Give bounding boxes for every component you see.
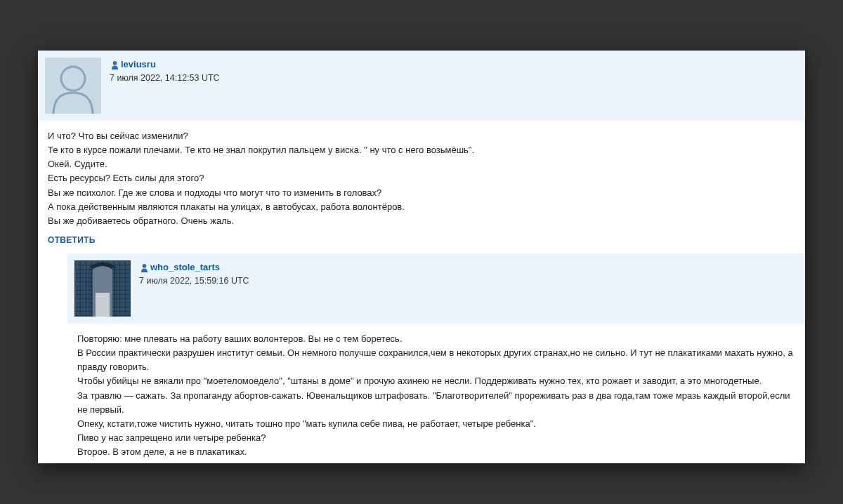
body-line: Окей. Судите. <box>48 157 795 171</box>
user-photo-avatar-icon <box>74 260 131 317</box>
comment-header: who_stole_tarts 7 июля 2022, 15:59:16 UT… <box>67 253 805 324</box>
user-row: leviusru <box>110 59 220 71</box>
body-line: Вы же психолог. Где же слова и подходы ч… <box>48 186 795 200</box>
body-line: Есть ресурсы? Есть силы для этого? <box>48 171 795 185</box>
body-line: Чтобы убийцы не вякали про "моетеломоеде… <box>77 374 795 388</box>
body-line: Повторяю: мне плевать на работу ваших во… <box>77 332 795 346</box>
body-line: За травлю — сажать. За пропаганду аборто… <box>77 389 795 417</box>
comment-header: leviusru 7 июля 2022, 14:12:53 UTC <box>38 51 805 121</box>
body-line: Вы же добиваетесь обратного. Очень жаль. <box>48 214 795 228</box>
timestamp: 7 июля 2022, 15:59:16 UTC <box>139 276 249 286</box>
body-line: И что? Что вы сейчас изменили? <box>48 129 795 143</box>
svg-rect-8 <box>96 293 110 317</box>
comment: leviusru 7 июля 2022, 14:12:53 UTC И что… <box>38 51 805 253</box>
nested-comment-container: who_stole_tarts 7 июля 2022, 15:59:16 UT… <box>38 253 805 463</box>
timestamp: 7 июля 2022, 14:12:53 UTC <box>110 73 220 83</box>
svg-rect-9 <box>89 267 93 317</box>
svg-rect-10 <box>112 267 117 317</box>
username-link[interactable]: who_stole_tarts <box>150 262 220 274</box>
body-line: Опеку, кстати,тоже чистить нужно, читать… <box>77 417 795 431</box>
body-line: В России практически разрушен институт с… <box>77 346 795 374</box>
body-line: Те кто в курсе пожали плечами. Те кто не… <box>48 143 795 157</box>
svg-point-2 <box>112 61 117 65</box>
svg-point-11 <box>142 264 146 268</box>
reply-button[interactable]: ОТВЕТИТЬ <box>38 232 105 253</box>
comment-thread-card: leviusru 7 июля 2022, 14:12:53 UTC И что… <box>38 51 805 463</box>
comment-body: Повторяю: мне плевать на работу ваших во… <box>67 324 805 463</box>
comment-meta: who_stole_tarts 7 июля 2022, 15:59:16 UT… <box>139 260 249 286</box>
user-icon <box>139 263 149 272</box>
body-line: Второе. В этом деле, а не в плакатиках. <box>77 445 795 459</box>
body-line: А пока действенным являются плакаты на у… <box>48 200 795 214</box>
default-avatar-icon <box>45 58 101 114</box>
avatar[interactable] <box>74 260 131 317</box>
comment: who_stole_tarts 7 июля 2022, 15:59:16 UT… <box>67 253 805 463</box>
username-link[interactable]: leviusru <box>121 59 156 71</box>
body-line: Пиво у нас запрещено или четыре ребенка? <box>77 431 795 445</box>
comment-body: И что? Что вы сейчас изменили? Те кто в … <box>38 121 805 232</box>
user-row: who_stole_tarts <box>139 262 249 274</box>
avatar[interactable] <box>45 58 101 114</box>
comment-meta: leviusru 7 июля 2022, 14:12:53 UTC <box>110 58 220 83</box>
user-icon <box>110 60 119 69</box>
